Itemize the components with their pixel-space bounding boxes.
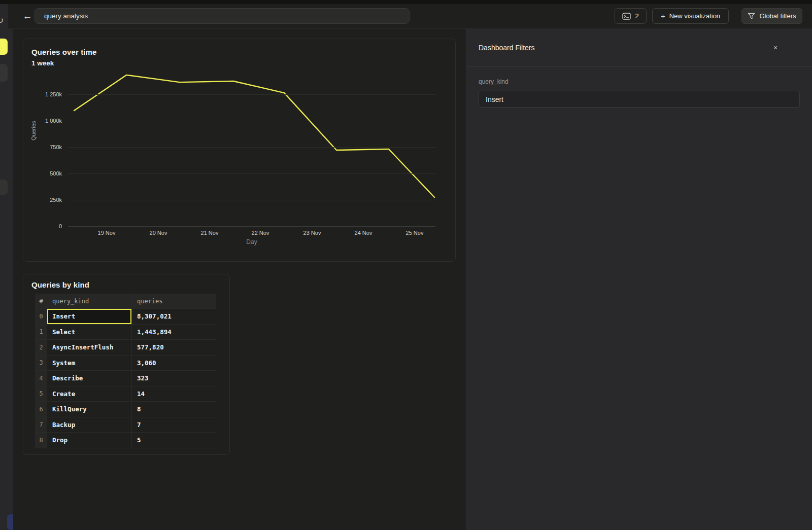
table-row: 1Select1,443,894 <box>35 325 216 340</box>
column-header-queries: queries <box>131 294 216 308</box>
table-row: 7Backup7 <box>35 417 216 433</box>
chart-title: Queries over time <box>31 48 96 56</box>
y-tick-label: 0 <box>26 223 62 229</box>
queries-table: # query_kind queries 0Insert8,307,0211Se… <box>35 294 216 448</box>
console-count: 2 <box>635 12 638 20</box>
query-kind-cell[interactable]: Backup <box>47 417 131 433</box>
close-icon: × <box>773 44 777 52</box>
x-tick-label: 21 Nov <box>192 230 227 236</box>
chart-y-axis-title: Queries <box>30 121 37 140</box>
x-tick-label: 23 Nov <box>294 230 330 236</box>
query-kind-cell[interactable]: AsyncInsertFlush <box>47 340 131 355</box>
query-kind-filter-input[interactable] <box>479 91 800 108</box>
sidebar-item[interactable] <box>0 180 8 195</box>
row-index-cell: 7 <box>35 417 47 433</box>
y-tick-label: 750k <box>26 144 62 150</box>
sidebar-item-active-dashboard[interactable] <box>0 39 8 55</box>
queries-by-kind-card: Queries by kind # query_kind queries 0In… <box>23 274 230 455</box>
row-index-cell: 0 <box>35 309 47 324</box>
column-header-query-kind: query_kind <box>47 294 131 308</box>
x-tick-label: 22 Nov <box>243 230 278 236</box>
queries-value-cell[interactable]: 14 <box>131 386 216 402</box>
queries-table-body: 0Insert8,307,0211Select1,443,8942AsyncIn… <box>35 309 216 448</box>
x-tick-label: 24 Nov <box>346 230 381 236</box>
app-window: ↻ ← 2 + New visualization Global filters <box>0 0 812 530</box>
global-filters-label: Global filters <box>759 12 796 20</box>
sidebar-item[interactable] <box>0 64 8 82</box>
query-kind-cell[interactable]: KillQuery <box>47 402 131 417</box>
queries-over-time-card: Queries over time 1 week 1 250k1 000k750… <box>23 39 456 262</box>
new-visualization-button[interactable]: + New visualization <box>652 8 729 24</box>
query-kind-cell[interactable]: Create <box>47 386 131 402</box>
queries-value-cell[interactable]: 8,307,021 <box>131 309 216 324</box>
chart-x-axis-title: Day <box>68 238 435 245</box>
new-visualization-label: New visualization <box>669 12 720 20</box>
query-kind-cell[interactable]: Describe <box>47 371 131 386</box>
y-gridline <box>68 173 435 174</box>
chart-y-axis: 1 250k1 000k750k500k250k0 <box>23 64 65 226</box>
queries-value-cell[interactable]: 3,060 <box>131 356 216 371</box>
queries-line-series <box>74 75 434 197</box>
row-index-cell: 6 <box>35 402 47 417</box>
row-index-cell: 5 <box>35 386 47 402</box>
dashboard-canvas: Queries over time 1 week 1 250k1 000k750… <box>13 29 466 530</box>
panel-divider <box>466 66 812 67</box>
filter-field-label: query_kind <box>479 78 509 85</box>
table-row: 8Drop5 <box>35 433 216 448</box>
y-gridline <box>68 94 435 95</box>
table-title: Queries by kind <box>31 280 89 289</box>
x-tick-label: 20 Nov <box>141 230 176 236</box>
console-queries-button[interactable]: 2 <box>615 8 647 24</box>
chart-plot-area[interactable] <box>68 64 435 226</box>
y-gridline <box>68 200 435 200</box>
back-button[interactable]: ← <box>19 6 36 27</box>
left-sidebar-rail: ↻ <box>0 4 13 530</box>
x-axis-baseline <box>68 226 435 227</box>
y-tick-label: 250k <box>26 197 62 203</box>
table-header-row: # query_kind queries <box>35 294 216 309</box>
row-index-cell: 1 <box>35 325 47 340</box>
y-gridline <box>68 147 435 148</box>
plus-icon: + <box>661 12 665 20</box>
history-icon[interactable]: ↻ <box>0 15 4 26</box>
row-index-cell: 3 <box>35 356 47 371</box>
query-kind-cell[interactable]: System <box>47 356 131 371</box>
queries-value-cell[interactable]: 5 <box>131 433 216 448</box>
y-tick-label: 500k <box>26 170 62 176</box>
row-index-cell: 2 <box>35 340 47 355</box>
table-row: 4Describe323 <box>35 371 216 386</box>
top-toolbar: ← 2 + New visualization Global filters <box>8 4 812 29</box>
console-icon <box>622 13 631 20</box>
table-row: 5Create14 <box>35 386 216 402</box>
close-panel-button[interactable]: × <box>770 43 781 53</box>
x-tick-label: 25 Nov <box>397 230 432 236</box>
queries-value-cell[interactable]: 7 <box>131 417 216 433</box>
column-header-index: # <box>35 294 47 308</box>
back-arrow-icon: ← <box>23 11 32 22</box>
table-row: 0Insert8,307,021 <box>35 309 216 325</box>
queries-value-cell[interactable]: 577,820 <box>131 340 216 355</box>
queries-value-cell[interactable]: 1,443,894 <box>131 325 216 340</box>
x-tick-label: 19 Nov <box>89 230 124 236</box>
y-tick-label: 1 250k <box>26 91 62 97</box>
sidebar-item-bottom[interactable] <box>7 514 13 530</box>
chart-x-axis: 19 Nov20 Nov21 Nov22 Nov23 Nov24 Nov25 N… <box>68 230 435 238</box>
query-kind-cell[interactable]: Drop <box>47 433 131 448</box>
query-kind-cell[interactable]: Select <box>47 325 131 340</box>
row-index-cell: 8 <box>35 433 47 448</box>
queries-value-cell[interactable]: 8 <box>131 402 216 417</box>
row-index-cell: 4 <box>35 371 47 386</box>
global-filters-button[interactable]: Global filters <box>741 8 802 24</box>
y-gridline <box>68 121 435 121</box>
dashboard-filters-panel: Dashboard Filters × query_kind <box>466 29 812 530</box>
queries-value-cell[interactable]: 323 <box>131 371 216 386</box>
query-kind-cell-selected[interactable]: Insert <box>47 309 131 324</box>
dashboard-title-input[interactable] <box>35 8 410 24</box>
funnel-icon <box>748 13 755 20</box>
filters-panel-title: Dashboard Filters <box>479 44 535 52</box>
table-row: 3System3,060 <box>35 356 216 371</box>
table-row: 2AsyncInsertFlush577,820 <box>35 340 216 356</box>
table-row: 6KillQuery8 <box>35 402 216 417</box>
